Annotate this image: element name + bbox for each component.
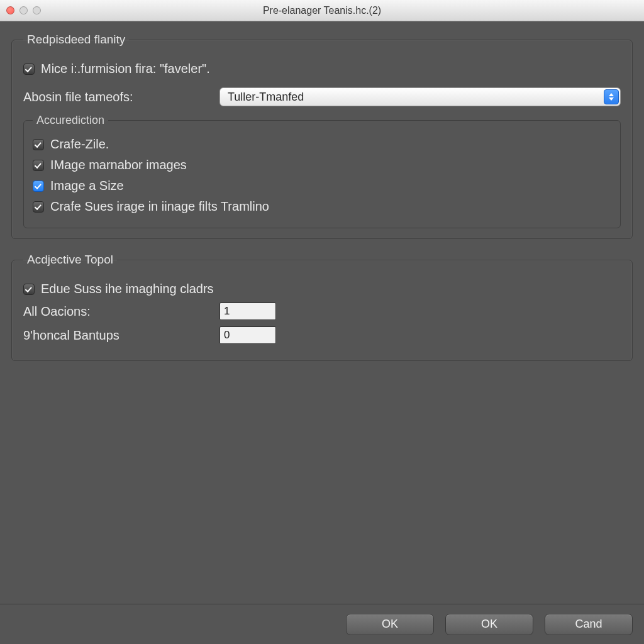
checkbox-edue-suss[interactable] <box>23 284 35 295</box>
row-crafe-sues: Crafe Sues irage in iinage filts Tramlin… <box>33 199 611 214</box>
input-honcal-bantups[interactable] <box>219 326 276 344</box>
label-image-marnabor: IMage marnabor images <box>50 158 187 172</box>
select-abosin-tameofs[interactable]: Tuller-Tmanfed <box>219 87 621 106</box>
group-accurediction: Accurediction Crafe-Zile. IMage marnabor… <box>23 114 621 228</box>
label-all-oacions: All Oacions: <box>23 304 212 319</box>
label-mice-furmision: Mice i:.furmision fira: "faveler". <box>41 62 210 76</box>
window-titlebar: Pre-elanager Teanis.hc.(2) <box>0 0 644 21</box>
group-adjective-topol: Acdjective Topol Edue Suss ihe imaghing … <box>11 253 633 361</box>
label-abosin-tameofs: Abosin file tameofs: <box>23 90 212 104</box>
window-title: Pre-elanager Teanis.hc.(2) <box>0 5 644 16</box>
group-redpisdeed: Redpisdeed flanity Mice i:.furmision fir… <box>11 33 633 239</box>
row-mice-furmision: Mice i:.furmision fira: "faveler". <box>23 62 621 76</box>
group-redpisdeed-legend: Redpisdeed flanity <box>23 33 129 47</box>
label-edue-suss: Edue Suss ihe imaghing cladrs <box>41 282 214 296</box>
dialog-button-bar: OK OK Cand <box>0 604 644 644</box>
checkbox-crafe-sues[interactable] <box>33 201 44 213</box>
label-crafe-zile: Crafe-Zile. <box>50 137 109 152</box>
ok-button-1[interactable]: OK <box>346 614 434 635</box>
cancel-button[interactable]: Cand <box>545 614 633 635</box>
ok-button-2[interactable]: OK <box>445 614 533 635</box>
row-image-size: Image a Size <box>33 179 611 193</box>
minimize-icon[interactable] <box>19 6 28 14</box>
checkbox-image-size[interactable] <box>33 180 44 192</box>
row-all-oacions: All Oacions: <box>23 303 621 320</box>
label-image-size: Image a Size <box>50 179 124 193</box>
row-honcal-bantups: 9'honcal Bantups <box>23 326 621 344</box>
checkbox-mice-furmision[interactable] <box>23 64 35 75</box>
group-adjective-topol-legend: Acdjective Topol <box>23 253 117 267</box>
row-abosin-tameofs: Abosin file tameofs: Tuller-Tmanfed <box>23 87 621 106</box>
label-honcal-bantups: 9'honcal Bantups <box>23 328 212 343</box>
checkbox-image-marnabor[interactable] <box>33 160 44 171</box>
input-all-oacions[interactable] <box>219 303 276 320</box>
preferences-panel: Redpisdeed flanity Mice i:.furmision fir… <box>0 21 644 644</box>
close-icon[interactable] <box>6 6 14 14</box>
label-crafe-sues: Crafe Sues irage in iinage filts Tramlin… <box>50 199 269 214</box>
select-value: Tuller-Tmanfed <box>228 91 304 104</box>
maximize-icon[interactable] <box>33 6 41 14</box>
select-stepper-icon <box>604 89 619 104</box>
traffic-lights <box>6 6 41 14</box>
row-edue-suss: Edue Suss ihe imaghing cladrs <box>23 282 621 296</box>
row-crafe-zile: Crafe-Zile. <box>33 137 611 152</box>
checkbox-crafe-zile[interactable] <box>33 139 44 150</box>
group-accurediction-legend: Accurediction <box>33 114 108 127</box>
row-image-marnabor: IMage marnabor images <box>33 158 611 172</box>
